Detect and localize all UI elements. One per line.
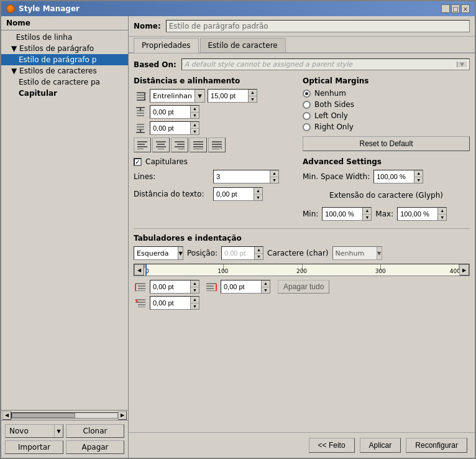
indent-left-up[interactable]: ▲ xyxy=(191,280,199,287)
apagar-button[interactable]: Apagar xyxy=(66,440,124,454)
radio-left-only[interactable]: Left Only xyxy=(303,111,470,120)
clonar-button[interactable]: Clonar xyxy=(66,424,124,438)
tab-propriedades[interactable]: Propriedades xyxy=(134,38,199,53)
ruler-track[interactable]: 0 100 200 300 400 xyxy=(144,264,459,276)
min-up[interactable]: ▲ xyxy=(363,208,371,215)
tab-type-dropdown[interactable]: Esquerda ▼ xyxy=(134,246,183,260)
char-dropdown[interactable]: Nenhum ▼ xyxy=(332,246,382,260)
sidebar-scrollbar[interactable] xyxy=(11,412,118,419)
based-on-arrow[interactable]: ▼ xyxy=(457,62,467,67)
min-down[interactable]: ▼ xyxy=(363,215,371,221)
space-above-up[interactable]: ▲ xyxy=(191,106,199,113)
min-space-spinbox[interactable]: 100,00 % ▲ ▼ xyxy=(373,170,423,183)
indent-right-down[interactable]: ▼ xyxy=(262,287,270,294)
min-space-up[interactable]: ▲ xyxy=(414,170,423,177)
indent-left-spinbox[interactable]: ▲ ▼ xyxy=(150,280,199,294)
min-space-down[interactable]: ▼ xyxy=(414,177,423,183)
minimize-button[interactable]: _ xyxy=(441,4,450,13)
align-right-button[interactable] xyxy=(171,137,188,152)
lines-spin-buttons: ▲ ▼ xyxy=(270,170,278,183)
ruler-scroll-left[interactable]: ◀ xyxy=(134,264,144,276)
tab-type-arrow[interactable]: ▼ xyxy=(178,247,183,259)
radio-nenhum[interactable]: Nenhum xyxy=(303,89,470,98)
tabuladores-title: Tabuladores e indentação xyxy=(134,234,470,243)
lines-spinbox[interactable]: 3 ▲ ▼ xyxy=(213,170,279,183)
align-center-button[interactable] xyxy=(152,137,170,152)
lines-down[interactable]: ▼ xyxy=(270,177,278,183)
max-down[interactable]: ▼ xyxy=(438,215,446,221)
indent-right-up[interactable]: ▲ xyxy=(262,280,270,287)
min-spinbox[interactable]: 100,00 % ▲ ▼ xyxy=(322,207,372,221)
tab-estilo-caractere[interactable]: Estilo de caractere xyxy=(200,38,286,52)
feito-button[interactable]: << Feito xyxy=(309,438,355,453)
maximize-button[interactable]: □ xyxy=(451,4,460,13)
importar-button[interactable]: Importar xyxy=(5,440,63,454)
sidebar-item-estilo-caractere-pa[interactable]: Estilo de caractere pa xyxy=(1,76,128,88)
position-down[interactable]: ▼ xyxy=(255,254,263,260)
sidebar-item-estilos-caracteres[interactable]: ▼ Estilos de caracteres xyxy=(1,65,128,76)
indent-left-input[interactable] xyxy=(150,280,190,293)
sidebar-item-estilo-paragrafo-padrao[interactable]: Estilo de parágrafo p xyxy=(1,54,128,65)
space-above-input[interactable] xyxy=(150,106,190,118)
align-force-justify-button[interactable] xyxy=(208,137,226,152)
indent-left-down[interactable]: ▼ xyxy=(191,287,199,294)
indent-first-up[interactable]: ▲ xyxy=(191,297,199,304)
sidebar-item-estilos-linha[interactable]: Estilos de linha xyxy=(1,32,128,43)
distance-spinbox[interactable]: 0,00 pt ▲ ▼ xyxy=(213,187,263,201)
radio-right-only[interactable]: Right Only xyxy=(303,123,470,131)
space-below-up[interactable]: ▲ xyxy=(191,122,199,129)
close-button[interactable]: × xyxy=(461,4,470,13)
reset-to-default-button[interactable]: Reset to Default xyxy=(303,136,470,151)
align-left-button[interactable] xyxy=(134,137,151,152)
aplicar-button[interactable]: Aplicar xyxy=(360,438,401,453)
sidebar-item-estilos-paragrafo[interactable]: ▼ Estilos de parágrafo xyxy=(1,43,128,54)
indent-right-input[interactable] xyxy=(221,280,261,293)
min-input[interactable]: 100,00 % xyxy=(323,208,362,220)
indent-first-spin-buttons: ▲ ▼ xyxy=(190,297,199,309)
align-justify-button[interactable] xyxy=(190,137,207,152)
min-space-input[interactable]: 100,00 % xyxy=(374,170,414,183)
char-label: Caractere (char) xyxy=(267,249,328,257)
distance-down[interactable]: ▼ xyxy=(254,195,262,201)
ruler-scroll-right[interactable]: ▶ xyxy=(459,264,469,276)
max-up[interactable]: ▲ xyxy=(438,208,446,215)
lines-up[interactable]: ▲ xyxy=(270,170,278,177)
scroll-right-button[interactable]: ▶ xyxy=(118,411,127,420)
indent-first-spinbox[interactable]: ▲ ▼ xyxy=(150,296,199,310)
based-on-combo[interactable]: A default style cannot be assigned a par… xyxy=(181,58,470,70)
space-below-spinbox[interactable]: ▲ ▼ xyxy=(150,121,199,135)
name-input[interactable]: Estilo de parágrafo padrão xyxy=(166,20,470,32)
indent-first-input[interactable] xyxy=(150,297,190,309)
space-below-down[interactable]: ▼ xyxy=(191,129,199,135)
line-spacing-up[interactable]: ▲ xyxy=(249,90,257,96)
indent-first-down[interactable]: ▼ xyxy=(191,304,199,310)
lines-input[interactable]: 3 xyxy=(214,170,270,183)
distance-up[interactable]: ▲ xyxy=(254,188,262,195)
line-spacing-dropdown[interactable]: Entrelinhan ▼ xyxy=(150,89,205,103)
position-spinbox[interactable]: 0,00 pt ▲ ▼ xyxy=(221,246,263,260)
position-up[interactable]: ▲ xyxy=(255,247,263,254)
space-above-down[interactable]: ▼ xyxy=(191,113,199,119)
indent-right-spinbox[interactable]: ▲ ▼ xyxy=(221,280,270,294)
max-input[interactable]: 100,00 % xyxy=(398,208,437,220)
distance-input[interactable]: 0,00 pt xyxy=(214,188,254,200)
delete-all-button[interactable]: Apagar tudo xyxy=(278,280,329,294)
line-spacing-spinbox[interactable]: 15,00 pt ▲ ▼ xyxy=(208,89,257,103)
line-spacing-arrow[interactable]: ▼ xyxy=(195,90,204,102)
space-below-input[interactable] xyxy=(150,122,190,134)
scroll-left-button[interactable]: ◀ xyxy=(2,411,11,420)
tabuladores-section: Tabuladores e indentação Esquerda ▼ Posi… xyxy=(134,228,470,310)
capitulares-checkbox[interactable]: ✓ Capitulares xyxy=(134,157,295,166)
position-input[interactable]: 0,00 pt xyxy=(222,247,254,259)
sidebar-item-capitular[interactable]: Capitular xyxy=(1,88,128,99)
max-spin-buttons: ▲ ▼ xyxy=(437,208,446,220)
reconfigurar-button[interactable]: Reconfigurar xyxy=(406,438,467,453)
space-above-spinbox[interactable]: ▲ ▼ xyxy=(150,105,199,119)
max-spinbox[interactable]: 100,00 % ▲ ▼ xyxy=(397,207,447,221)
novo-arrow-button[interactable]: ▼ xyxy=(54,425,63,437)
char-arrow[interactable]: ▼ xyxy=(377,247,382,259)
novo-button[interactable]: Novo xyxy=(6,425,54,437)
radio-both-sides[interactable]: Both Sides xyxy=(303,100,470,109)
line-spacing-down[interactable]: ▼ xyxy=(249,96,257,103)
line-spacing-input[interactable]: 15,00 pt xyxy=(208,90,248,102)
